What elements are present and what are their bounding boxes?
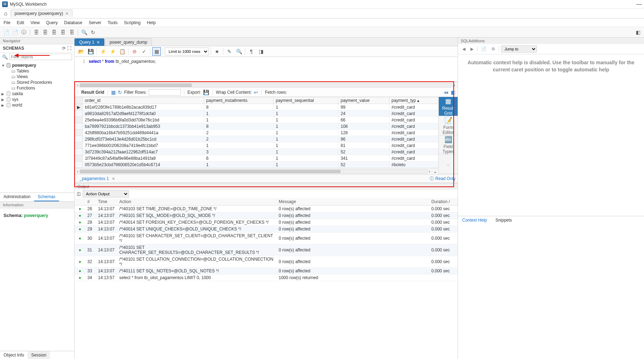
menu-view[interactable]: View (31, 20, 40, 25)
side-tab-result-grid[interactable]: ▦Result Grid (439, 97, 458, 116)
output-row[interactable]: ●2614:13:07/*!40103 SET TIME_ZONE=@OLD_T… (75, 206, 458, 212)
scroll-thumb[interactable] (80, 170, 340, 173)
table-row[interactable]: 3d7239c394a212faae122962df514ac73152#cre… (75, 149, 438, 155)
home-icon[interactable]: ⌂ (2, 10, 9, 17)
refresh-icon[interactable]: ↻ (118, 89, 122, 95)
table-row[interactable]: 771ee386b001f06208a7419e4fc1bbd71181#cre… (75, 142, 438, 149)
table-row[interactable]: ba78997921bbcdc1373bb41e913ab95381108#cr… (75, 123, 438, 130)
close-icon[interactable]: ✕ (97, 40, 100, 45)
table-row[interactable]: 298fcdf1f73eb413e4d26d01b25bc1cd2196#cre… (75, 136, 438, 142)
scroll-thumb[interactable] (80, 83, 192, 87)
output-type-select[interactable]: Action Output (83, 190, 129, 197)
tab-session[interactable]: Session (28, 351, 50, 359)
schema-powerquery[interactable]: ▼ powerquery (1, 62, 73, 68)
table-row[interactable]: 42fdf880ba16b47b59251dd489d4441a21128#cr… (75, 130, 438, 136)
menu-tools[interactable]: Tools (108, 20, 118, 25)
tab-administration[interactable]: Administration (0, 193, 34, 201)
menu-edit[interactable]: Edit (17, 20, 24, 25)
table-row[interactable]: 1f78449c87a54faf9e96e88ba1491fa961341#cr… (75, 155, 438, 162)
zoom-icon[interactable]: 🔍 (235, 47, 243, 56)
table-row[interactable]: 0573b5e23cbd798006520e1d5b4c67141152#bol… (75, 162, 438, 168)
table-row[interactable]: ▶b81ef226f3fe1789b1e8b2acac839d178199#cr… (75, 104, 438, 110)
side-tab-form-editor[interactable]: 📝Form Editor (439, 116, 458, 135)
explain-icon[interactable]: 📋 (118, 47, 126, 56)
refresh-icon[interactable]: ↻ (89, 28, 97, 36)
panel-icon[interactable]: ◨ (257, 47, 265, 56)
menu-scripting[interactable]: Scripting (124, 20, 141, 25)
forward-icon[interactable]: ▶ (469, 47, 475, 51)
tree-stored-procedures[interactable]: 🗂Stored Procedures (11, 80, 73, 85)
minimize-icon[interactable]: — (636, 1, 642, 7)
col-order-id[interactable]: order_id (83, 97, 204, 104)
document-tab[interactable]: powerquery (powerquery) ✕ (11, 10, 72, 17)
new-sql-tab-icon[interactable]: 📄 (11, 28, 19, 36)
stop-icon[interactable]: ⊘ (130, 47, 139, 56)
back-icon[interactable]: ◀ (461, 47, 467, 51)
table-row[interactable]: 25e8ea4e93396b6fa0d3dd708e76c1bd1166#cre… (75, 117, 438, 123)
output-row[interactable]: ●3314:13:07/*!40111 SET SQL_NOTES=@OLD_S… (75, 268, 458, 274)
menu-server[interactable]: Server (89, 20, 101, 25)
scroll-left-icon[interactable]: ‹ (76, 83, 80, 88)
inspector-icon[interactable]: ⓘ (20, 28, 28, 36)
execute-current-icon[interactable]: ⚡ (108, 47, 117, 56)
menu-query[interactable]: Query (46, 20, 58, 25)
tree-functions[interactable]: 🗂Functions (11, 85, 73, 91)
schema-sakila[interactable]: ▶sakila (1, 91, 73, 97)
previous-icon[interactable]: ⏮ (444, 89, 449, 95)
save-icon[interactable]: 💾 (86, 47, 95, 56)
result-tab[interactable]: _pagamentos 1 (77, 175, 112, 182)
execute-icon[interactable]: ⚡ (99, 47, 107, 56)
schema-sys[interactable]: ▶sys (1, 97, 73, 102)
result-grid[interactable]: order_id payment_installments payment_se… (75, 97, 438, 174)
close-icon[interactable]: ✕ (65, 11, 69, 16)
menu-help[interactable]: Help (147, 20, 156, 25)
db-table-icon[interactable]: 🗄 (41, 28, 49, 36)
query-tab-2[interactable]: power_query_dump (105, 38, 152, 46)
col-payment-sequential[interactable]: payment_sequential (273, 97, 338, 104)
tree-views[interactable]: 🗂Views (11, 74, 73, 80)
side-tab-field-types[interactable]: 🔤Field Types (439, 135, 458, 154)
limit-rows-select[interactable]: Limit to 1000 rows (165, 48, 209, 55)
commit-icon[interactable]: ✓ (140, 47, 148, 56)
col-payment-type[interactable]: payment_typ ▴ (389, 97, 438, 104)
menu-file[interactable]: File (4, 20, 10, 25)
help-icon[interactable]: 📄 (480, 47, 488, 51)
output-row[interactable]: ●2714:13:07/*!40101 SET SQL_MODE=@OLD_SQ… (75, 212, 458, 219)
new-sql-icon[interactable]: 📄 (2, 28, 10, 36)
editor-hscroll[interactable]: ‹ › (75, 82, 458, 88)
tab-context-help[interactable]: Context Help (458, 216, 491, 224)
panel-toggle-icon[interactable]: ◧ (634, 28, 642, 36)
toggle-icon[interactable]: ¶ (247, 47, 256, 56)
output-row[interactable]: ●3214:13:07/*!40101 SET COLLATION_CONNEC… (75, 256, 458, 268)
search-icon[interactable]: 🔍 (80, 28, 88, 36)
menu-database[interactable]: Database (64, 20, 82, 25)
tree-tables[interactable]: 🗂Tables (11, 68, 73, 74)
db-view-icon[interactable]: 🗄 (50, 28, 58, 36)
wrap-icon[interactable]: ↩ (254, 89, 258, 95)
tab-snippets[interactable]: Snippets (491, 216, 516, 224)
scroll-right-icon[interactable]: › (453, 83, 456, 88)
close-icon[interactable]: ✕ (112, 176, 115, 181)
schema-refresh-icon[interactable]: ⟳ (62, 46, 66, 51)
query-tab-1[interactable]: Query 1✕ (75, 38, 104, 46)
scroll-left-icon[interactable]: ‹ (76, 169, 80, 174)
sql-editor[interactable]: 1 select * from tb_olist_pagamentos; (75, 57, 458, 82)
find-icon[interactable]: ✎ (225, 47, 234, 56)
filter-rows-input[interactable] (149, 89, 181, 96)
output-window-icon[interactable]: ◫ (77, 191, 81, 196)
db-create-icon[interactable]: 🗄 (32, 28, 40, 36)
jump-to-select[interactable]: Jump to (501, 45, 537, 53)
schema-world[interactable]: ▶world (1, 102, 73, 108)
side-tab-more[interactable]: ⌄ (439, 154, 458, 174)
autocommit-toggle-icon[interactable]: ▦ (152, 47, 161, 56)
output-row[interactable]: ●3114:13:07/*!40101 SET CHARACTER_SET_RE… (75, 244, 458, 256)
toggle-icon[interactable]: ◧ (451, 89, 455, 95)
auto-icon[interactable]: ⚙ (490, 47, 497, 51)
db-sp-icon[interactable]: 🗄 (59, 28, 67, 36)
grid-hscroll[interactable]: ‹ › ⌄ (75, 168, 438, 174)
scroll-right-icon[interactable]: › (428, 169, 431, 174)
output-row[interactable]: ●2814:13:07/*!40014 SET FOREIGN_KEY_CHEC… (75, 219, 458, 226)
scroll-down-icon[interactable]: ⌄ (433, 169, 437, 174)
export-icon[interactable]: 💾 (203, 89, 209, 95)
db-fn-icon[interactable]: 🗄 (68, 28, 76, 36)
